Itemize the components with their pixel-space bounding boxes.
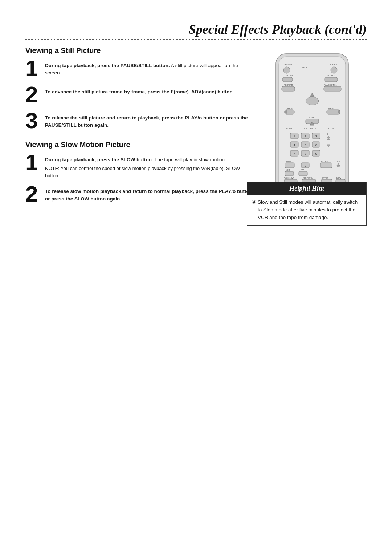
dotted-rule [25, 39, 367, 40]
svg-text:VCR PLUS+: VCR PLUS+ [303, 177, 313, 179]
section2-title: Viewing a Slow Motion Picture [25, 141, 254, 149]
hint-title: Helpful Hint [247, 182, 366, 195]
page-title: Special Effects Playback (cont'd) [189, 22, 367, 37]
svg-text:PAUSE/STILL: PAUSE/STILL [324, 84, 336, 86]
step-bold-1-1: During tape playback, press the PAUSE/ST… [45, 63, 170, 68]
svg-text:9: 9 [315, 152, 317, 155]
step-bold-2-1: During tape playback, press the SLOW but… [45, 157, 153, 162]
svg-text:TV: TV [301, 169, 304, 171]
svg-point-5 [331, 67, 337, 73]
section-still-picture: Viewing a Still Picture 1 During tape pl… [25, 46, 254, 132]
svg-text:VCR: VCR [286, 169, 290, 171]
svg-text:4: 4 [294, 143, 295, 147]
step-number-1-2: 2 [25, 83, 41, 106]
helpful-hint-section: Helpful Hint ¥ Slow and Still modes will… [247, 182, 367, 226]
section-slow-motion: Viewing a Slow Motion Picture 1 During t… [25, 141, 254, 205]
step-text-1-2: To advance the still picture frame-by-fr… [45, 86, 254, 96]
section1-title: Viewing a Still Picture [25, 46, 254, 55]
step-bold-1-2: To advance the still picture frame-by-fr… [45, 89, 234, 94]
svg-text:EJECT: EJECT [330, 64, 337, 66]
svg-text:CH: CH [327, 133, 330, 135]
svg-text:RLT.CH: RLT.CH [321, 160, 328, 162]
svg-point-3 [283, 67, 290, 73]
svg-text:6: 6 [315, 143, 317, 147]
svg-rect-14 [324, 86, 341, 91]
svg-rect-64 [299, 171, 307, 176]
svg-rect-12 [282, 86, 295, 91]
step-text-1-3: To release the still picture and return … [45, 112, 254, 129]
svg-point-17 [306, 97, 319, 105]
svg-text:2: 2 [305, 135, 306, 138]
hint-bullet-char: ¥ [252, 199, 256, 207]
svg-rect-8 [282, 77, 293, 82]
step-number-2-1: 1 [25, 151, 41, 174]
svg-text:1: 1 [294, 135, 295, 138]
svg-text:MUTE: MUTE [286, 160, 291, 162]
step-note-2-1: NOTE: You can control the speed of slow … [45, 165, 254, 179]
left-column: Viewing a Still Picture 1 During tape pl… [25, 46, 254, 226]
svg-text:3: 3 [315, 135, 317, 138]
step-1-2: 2 To advance the still picture frame-by-… [25, 86, 254, 106]
svg-text:MEMORY: MEMORY [327, 74, 336, 77]
svg-rect-57 [320, 163, 332, 168]
step-number-2-2: 2 [25, 183, 41, 205]
step-bold-1-3: To release the still picture and return … [45, 115, 248, 128]
svg-text:7: 7 [294, 152, 295, 155]
svg-rect-53 [285, 163, 294, 168]
svg-text:8: 8 [305, 152, 306, 155]
svg-text:STATUS/EXIT: STATUS/EXIT [304, 127, 317, 130]
hint-bullet: ¥ Slow and Still modes will automati cal… [252, 199, 361, 222]
hint-box: Helpful Hint ¥ Slow and Still modes will… [247, 182, 367, 226]
svg-text:SPEED: SPEED [302, 66, 310, 69]
step-normal-2-1: The tape will play in slow motion. [154, 157, 226, 162]
svg-text:0: 0 [305, 164, 306, 167]
svg-text:REC/OTR: REC/OTR [284, 84, 293, 86]
svg-text:CLEAR: CLEAR [328, 127, 335, 130]
hint-body: ¥ Slow and Still modes will automati cal… [247, 195, 366, 225]
svg-rect-10 [325, 77, 338, 82]
svg-text:MENU: MENU [286, 127, 292, 130]
step-2-1: 1 During tape playback, press the SLOW b… [25, 154, 254, 179]
step-bold-2-2: To release slow motion playback and retu… [45, 189, 252, 201]
svg-text:VCR/TV: VCR/TV [286, 74, 294, 77]
step-number-1-1: 1 [25, 57, 41, 80]
svg-text:POWER: POWER [284, 64, 292, 66]
page-header: Special Effects Playback (cont'd) [25, 22, 367, 37]
step-number-1-3: 3 [25, 109, 41, 132]
svg-text:5: 5 [305, 143, 306, 147]
step-2-2: 2 To release slow motion playback and re… [25, 186, 254, 205]
svg-text:SLOW: SLOW [336, 177, 341, 179]
step-text-2-1: During tape playback, press the SLOW but… [45, 154, 254, 179]
svg-text:VAR SLOW: VAR SLOW [284, 177, 294, 179]
svg-text:F.FWD: F.FWD [328, 107, 335, 109]
svg-text:STOP: STOP [309, 117, 315, 119]
hint-text: Slow and Still modes will automati cally… [258, 199, 361, 222]
step-1-1: 1 During tape playback, press the PAUSE/… [25, 60, 254, 80]
step-text-1-1: During tape playback, press the PAUSE/ST… [45, 60, 254, 77]
svg-text:ENTER: ENTER [322, 177, 328, 179]
svg-text:REW: REW [287, 107, 293, 109]
svg-text:VOL: VOL [337, 160, 340, 162]
svg-rect-63 [285, 171, 294, 176]
step-1-3: 3 To release the still picture and retur… [25, 112, 254, 132]
step-text-2-2: To release slow motion playback and retu… [45, 186, 254, 203]
